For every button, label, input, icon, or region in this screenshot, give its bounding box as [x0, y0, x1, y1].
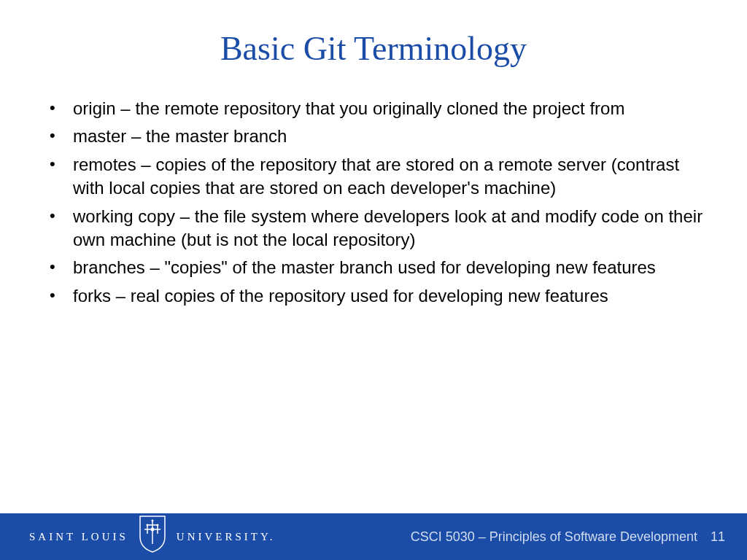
slide-content: origin – the remote repository that you … [0, 97, 747, 513]
slide-title: Basic Git Terminology [0, 29, 747, 68]
slide: Basic Git Terminology origin – the remot… [0, 0, 747, 560]
list-item: branches – "copies" of the master branch… [44, 256, 703, 279]
list-item: forks – real copies of the repository us… [44, 284, 703, 308]
bullet-list: origin – the remote repository that you … [44, 97, 703, 308]
slide-footer: SAINT LOUIS UNIVERSITY. CSCI 5030 – Prin… [0, 513, 747, 560]
list-item: remotes – copies of the repository that … [44, 153, 703, 201]
page-number: 11 [711, 529, 725, 545]
list-item: origin – the remote repository that you … [44, 97, 703, 120]
logo-text-left: SAINT LOUIS [29, 531, 128, 543]
footer-right: CSCI 5030 – Principles of Software Devel… [411, 529, 725, 545]
shield-icon [137, 515, 168, 553]
svg-point-0 [150, 528, 154, 532]
svg-point-2 [156, 524, 158, 526]
svg-point-1 [146, 524, 148, 526]
list-item: working copy – the file system where dev… [44, 205, 703, 252]
list-item: master – the master branch [44, 125, 703, 148]
logo-text-right: UNIVERSITY. [177, 531, 276, 543]
university-logo: SAINT LOUIS UNIVERSITY. [29, 521, 276, 553]
course-label: CSCI 5030 – Principles of Software Devel… [411, 529, 697, 545]
svg-point-3 [151, 520, 153, 522]
